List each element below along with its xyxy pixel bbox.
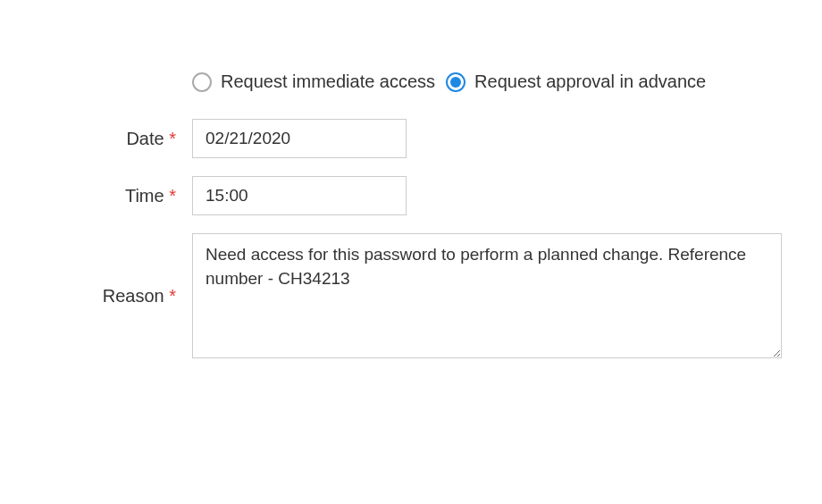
time-input[interactable] [192,176,407,215]
date-input[interactable] [192,119,407,158]
reason-label: Reason * [36,286,192,307]
date-row: Date * [36,119,786,158]
reason-textarea[interactable] [192,233,782,358]
radio-unchecked-icon [192,72,212,92]
time-required-mark: * [169,186,176,206]
reason-label-text: Reason [103,286,164,306]
time-label-text: Time [125,186,164,206]
date-required-mark: * [169,129,176,148]
reason-row: Reason * [36,233,786,358]
date-label-text: Date [126,129,164,148]
radio-option-immediate[interactable]: Request immediate access [192,71,435,92]
time-label: Time * [36,176,192,215]
radio-checked-icon [446,72,466,92]
radio-option-advance[interactable]: Request approval in advance [446,71,706,92]
access-type-radio-group: Request immediate access Request approva… [192,71,786,92]
radio-advance-label: Request approval in advance [474,71,706,92]
reason-required-mark: * [169,286,176,306]
date-label: Date * [36,119,192,158]
time-row: Time * [36,176,786,215]
access-request-form: Request immediate access Request approva… [36,71,786,358]
radio-immediate-label: Request immediate access [221,71,435,92]
